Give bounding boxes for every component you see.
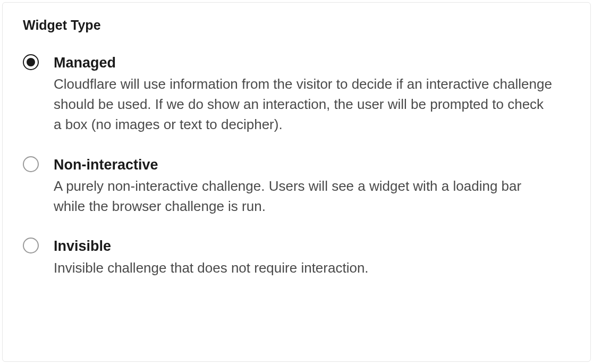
option-label-managed: Managed [54, 53, 570, 72]
option-text-managed: Managed Cloudflare will use information … [54, 53, 570, 135]
option-description-non-interactive: A purely non-interactive challenge. User… [54, 176, 553, 216]
radio-invisible[interactable] [23, 238, 39, 253]
radio-dot-icon [27, 58, 35, 66]
option-description-invisible: Invisible challenge that does not requir… [54, 258, 553, 278]
option-managed: Managed Cloudflare will use information … [23, 53, 570, 135]
widget-type-panel: Widget Type Managed Cloudflare will use … [2, 2, 591, 362]
option-label-invisible: Invisible [54, 236, 570, 256]
radio-managed[interactable] [23, 54, 39, 70]
radio-wrap-invisible [23, 238, 39, 253]
option-invisible: Invisible Invisible challenge that does … [23, 236, 570, 278]
section-title: Widget Type [23, 18, 570, 33]
option-label-non-interactive: Non-interactive [54, 155, 570, 174]
option-text-invisible: Invisible Invisible challenge that does … [54, 236, 570, 278]
radio-wrap-non-interactive [23, 156, 39, 172]
radio-wrap-managed [23, 54, 39, 70]
option-non-interactive: Non-interactive A purely non-interactive… [23, 155, 570, 217]
option-text-non-interactive: Non-interactive A purely non-interactive… [54, 155, 570, 217]
option-description-managed: Cloudflare will use information from the… [54, 74, 553, 134]
radio-non-interactive[interactable] [23, 156, 39, 172]
